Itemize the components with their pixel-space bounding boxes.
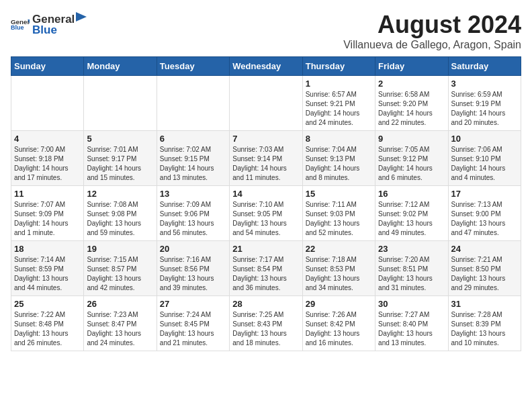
- day-number: 12: [87, 189, 153, 199]
- calendar-cell: 9Sunrise: 7:05 AM Sunset: 9:12 PM Daylig…: [375, 131, 448, 186]
- day-number: 25: [14, 299, 81, 309]
- day-details: Sunrise: 7:22 AM Sunset: 8:48 PM Dayligh…: [14, 310, 81, 348]
- week-row-4: 18Sunrise: 7:14 AM Sunset: 8:59 PM Dayli…: [11, 241, 521, 296]
- calendar-table: SundayMondayTuesdayWednesdayThursdayFrid…: [11, 56, 521, 351]
- calendar-cell: 29Sunrise: 7:26 AM Sunset: 8:42 PM Dayli…: [302, 296, 375, 351]
- day-details: Sunrise: 7:25 AM Sunset: 8:43 PM Dayligh…: [232, 310, 299, 348]
- title-area: August 2024 Villanueva de Gallego, Arago…: [343, 11, 521, 51]
- calendar-cell: 18Sunrise: 7:14 AM Sunset: 8:59 PM Dayli…: [11, 241, 84, 296]
- day-details: Sunrise: 7:08 AM Sunset: 9:08 PM Dayligh…: [87, 200, 153, 238]
- header: General Blue General Blue August 2024 Vi…: [11, 11, 521, 51]
- day-details: Sunrise: 7:18 AM Sunset: 8:53 PM Dayligh…: [306, 255, 372, 293]
- header-day-saturday: Saturday: [448, 57, 521, 76]
- svg-text:Blue: Blue: [11, 24, 24, 31]
- calendar-cell: [157, 76, 229, 131]
- calendar-cell: 28Sunrise: 7:25 AM Sunset: 8:43 PM Dayli…: [230, 296, 302, 351]
- day-number: 24: [451, 244, 518, 254]
- day-details: Sunrise: 7:24 AM Sunset: 8:45 PM Dayligh…: [160, 310, 226, 348]
- day-number: 3: [451, 79, 518, 89]
- header-day-monday: Monday: [84, 57, 157, 76]
- day-details: Sunrise: 7:09 AM Sunset: 9:06 PM Dayligh…: [160, 200, 226, 238]
- calendar-header: SundayMondayTuesdayWednesdayThursdayFrid…: [11, 57, 521, 76]
- calendar-cell: 31Sunrise: 7:28 AM Sunset: 8:39 PM Dayli…: [448, 296, 521, 351]
- week-row-3: 11Sunrise: 7:07 AM Sunset: 9:09 PM Dayli…: [11, 186, 521, 241]
- calendar-cell: 25Sunrise: 7:22 AM Sunset: 8:48 PM Dayli…: [11, 296, 84, 351]
- calendar-cell: 7Sunrise: 7:03 AM Sunset: 9:14 PM Daylig…: [230, 131, 302, 186]
- day-details: Sunrise: 7:17 AM Sunset: 8:54 PM Dayligh…: [232, 255, 299, 293]
- week-row-5: 25Sunrise: 7:22 AM Sunset: 8:48 PM Dayli…: [11, 296, 521, 351]
- calendar-cell: 10Sunrise: 7:06 AM Sunset: 9:10 PM Dayli…: [448, 131, 521, 186]
- calendar-cell: 2Sunrise: 6:58 AM Sunset: 9:20 PM Daylig…: [375, 76, 448, 131]
- day-number: 6: [160, 134, 226, 144]
- logo-triangle-icon: [76, 11, 87, 23]
- logo: General Blue General Blue: [11, 11, 88, 37]
- calendar-cell: 13Sunrise: 7:09 AM Sunset: 9:06 PM Dayli…: [157, 186, 229, 241]
- day-number: 10: [451, 134, 518, 144]
- day-details: Sunrise: 7:27 AM Sunset: 8:40 PM Dayligh…: [378, 310, 445, 348]
- day-details: Sunrise: 7:06 AM Sunset: 9:10 PM Dayligh…: [451, 145, 518, 183]
- header-row: SundayMondayTuesdayWednesdayThursdayFrid…: [11, 57, 521, 76]
- calendar-cell: 17Sunrise: 7:13 AM Sunset: 9:00 PM Dayli…: [448, 186, 521, 241]
- calendar-cell: 27Sunrise: 7:24 AM Sunset: 8:45 PM Dayli…: [157, 296, 229, 351]
- day-details: Sunrise: 7:20 AM Sunset: 8:51 PM Dayligh…: [378, 255, 445, 293]
- day-details: Sunrise: 7:04 AM Sunset: 9:13 PM Dayligh…: [306, 145, 372, 183]
- day-details: Sunrise: 7:26 AM Sunset: 8:42 PM Dayligh…: [306, 310, 372, 348]
- day-details: Sunrise: 7:14 AM Sunset: 8:59 PM Dayligh…: [14, 255, 81, 293]
- calendar-body: 1Sunrise: 6:57 AM Sunset: 9:21 PM Daylig…: [11, 76, 521, 351]
- day-details: Sunrise: 7:01 AM Sunset: 9:17 PM Dayligh…: [87, 145, 153, 183]
- day-details: Sunrise: 7:15 AM Sunset: 8:57 PM Dayligh…: [87, 255, 153, 293]
- day-number: 18: [14, 244, 81, 254]
- header-day-thursday: Thursday: [302, 57, 375, 76]
- logo-icon: General Blue: [11, 17, 30, 31]
- day-details: Sunrise: 7:11 AM Sunset: 9:03 PM Dayligh…: [306, 200, 372, 238]
- svg-marker-3: [76, 12, 87, 21]
- day-details: Sunrise: 7:03 AM Sunset: 9:14 PM Dayligh…: [232, 145, 299, 183]
- day-number: 14: [232, 189, 299, 199]
- header-day-wednesday: Wednesday: [230, 57, 302, 76]
- header-day-tuesday: Tuesday: [157, 57, 229, 76]
- day-number: 13: [160, 189, 226, 199]
- day-details: Sunrise: 7:13 AM Sunset: 9:00 PM Dayligh…: [451, 200, 518, 238]
- day-details: Sunrise: 7:07 AM Sunset: 9:09 PM Dayligh…: [14, 200, 81, 238]
- day-number: 27: [160, 299, 226, 309]
- calendar-cell: 23Sunrise: 7:20 AM Sunset: 8:51 PM Dayli…: [375, 241, 448, 296]
- calendar-cell: 4Sunrise: 7:00 AM Sunset: 9:18 PM Daylig…: [11, 131, 84, 186]
- day-number: 9: [378, 134, 445, 144]
- day-details: Sunrise: 6:59 AM Sunset: 9:19 PM Dayligh…: [451, 90, 518, 128]
- day-details: Sunrise: 7:00 AM Sunset: 9:18 PM Dayligh…: [14, 145, 81, 183]
- calendar-cell: 15Sunrise: 7:11 AM Sunset: 9:03 PM Dayli…: [302, 186, 375, 241]
- day-number: 16: [378, 189, 445, 199]
- calendar-cell: 1Sunrise: 6:57 AM Sunset: 9:21 PM Daylig…: [302, 76, 375, 131]
- calendar-cell: 16Sunrise: 7:12 AM Sunset: 9:02 PM Dayli…: [375, 186, 448, 241]
- calendar-cell: 12Sunrise: 7:08 AM Sunset: 9:08 PM Dayli…: [84, 186, 157, 241]
- day-number: 11: [14, 189, 81, 199]
- subtitle: Villanueva de Gallego, Aragon, Spain: [343, 39, 521, 51]
- day-details: Sunrise: 6:58 AM Sunset: 9:20 PM Dayligh…: [378, 90, 445, 128]
- header-day-sunday: Sunday: [11, 57, 84, 76]
- day-number: 19: [87, 244, 153, 254]
- day-number: 29: [306, 299, 372, 309]
- main-title: August 2024: [343, 11, 521, 39]
- day-details: Sunrise: 7:21 AM Sunset: 8:50 PM Dayligh…: [451, 255, 518, 293]
- day-number: 2: [378, 79, 445, 89]
- day-number: 7: [232, 134, 299, 144]
- calendar-cell: 11Sunrise: 7:07 AM Sunset: 9:09 PM Dayli…: [11, 186, 84, 241]
- calendar-cell: [84, 76, 157, 131]
- day-number: 23: [378, 244, 445, 254]
- day-details: Sunrise: 7:02 AM Sunset: 9:15 PM Dayligh…: [160, 145, 226, 183]
- header-day-friday: Friday: [375, 57, 448, 76]
- day-number: 21: [232, 244, 299, 254]
- calendar-cell: 19Sunrise: 7:15 AM Sunset: 8:57 PM Dayli…: [84, 241, 157, 296]
- day-number: 31: [451, 299, 518, 309]
- day-number: 17: [451, 189, 518, 199]
- week-row-1: 1Sunrise: 6:57 AM Sunset: 9:21 PM Daylig…: [11, 76, 521, 131]
- day-number: 5: [87, 134, 153, 144]
- calendar-cell: 6Sunrise: 7:02 AM Sunset: 9:15 PM Daylig…: [157, 131, 229, 186]
- day-details: Sunrise: 7:10 AM Sunset: 9:05 PM Dayligh…: [232, 200, 299, 238]
- calendar-cell: [11, 76, 84, 131]
- calendar-cell: 30Sunrise: 7:27 AM Sunset: 8:40 PM Dayli…: [375, 296, 448, 351]
- calendar-cell: 14Sunrise: 7:10 AM Sunset: 9:05 PM Dayli…: [230, 186, 302, 241]
- day-details: Sunrise: 7:23 AM Sunset: 8:47 PM Dayligh…: [87, 310, 153, 348]
- day-number: 8: [306, 134, 372, 144]
- day-number: 20: [160, 244, 226, 254]
